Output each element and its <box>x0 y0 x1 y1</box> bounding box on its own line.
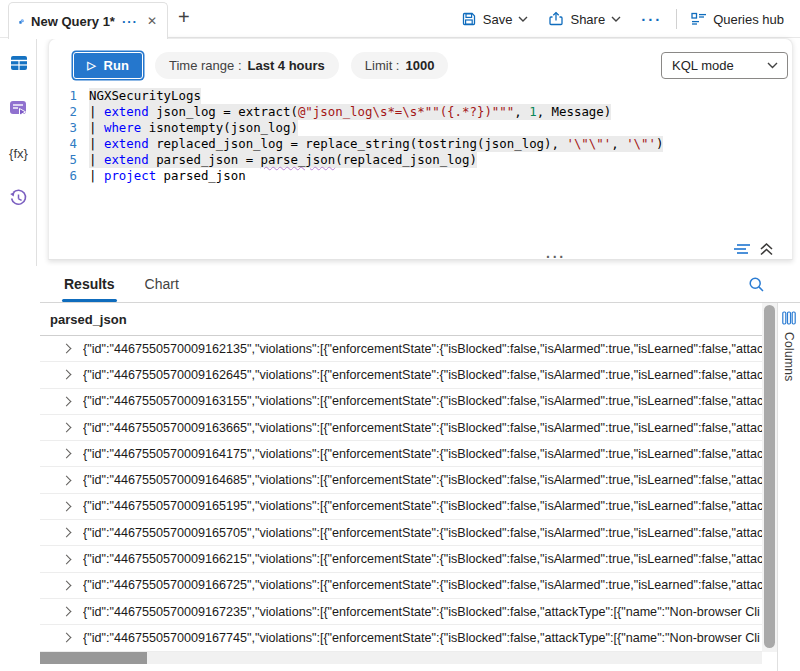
share-button[interactable]: Share <box>538 0 631 38</box>
columns-panel-label: Columns <box>782 332 796 381</box>
kql-mode-select[interactable]: KQL mode <box>661 52 788 79</box>
cell-parsed-json: {"id":"4467550570009167745","violations"… <box>83 631 762 645</box>
table-row[interactable]: {"id":"4467550570009164685","violations"… <box>40 467 762 493</box>
toolbar-divider <box>676 9 677 29</box>
history-clock-icon <box>9 189 28 208</box>
run-button[interactable]: ▷ Run <box>73 52 143 79</box>
code-line: 3 | where isnotempty(json_log) <box>49 120 792 136</box>
time-range-picker[interactable]: Time range : Last 4 hours <box>155 52 339 79</box>
collapse-editor-icon[interactable] <box>759 242 774 256</box>
limit-label: Limit : <box>365 58 400 73</box>
tab-results[interactable]: Results <box>64 266 115 302</box>
tab-chart[interactable]: Chart <box>145 266 179 302</box>
cell-parsed-json: {"id":"4467550570009164175","violations"… <box>83 447 762 461</box>
table-row[interactable]: {"id":"4467550570009166215","violations"… <box>40 546 762 572</box>
table-row[interactable]: {"id":"4467550570009164175","violations"… <box>40 441 762 467</box>
expand-chevron-icon[interactable] <box>62 607 72 617</box>
table-row[interactable]: {"id":"4467550570009163665","violations"… <box>40 415 762 441</box>
code-editor[interactable]: 1 NGXSecurityLogs 2 | extend json_log = … <box>49 88 792 184</box>
function-icon: {fx} <box>9 146 28 161</box>
table-row[interactable]: {"id":"4467550570009166725","violations"… <box>40 573 762 599</box>
query-tab[interactable]: New Query 1* ··· ✕ <box>8 2 168 39</box>
expand-chevron-icon[interactable] <box>62 501 72 511</box>
limit-picker[interactable]: Limit : 1000 <box>351 52 449 79</box>
limit-value: 1000 <box>405 58 434 73</box>
cell-parsed-json: {"id":"4467550570009164685","violations"… <box>83 473 762 487</box>
queries-hub-button[interactable]: Queries hub <box>681 0 794 38</box>
cell-parsed-json: {"id":"4467550570009167235","violations"… <box>83 605 762 619</box>
save-label: Save <box>483 12 513 27</box>
new-tab-button[interactable]: + <box>178 7 190 27</box>
horizontal-scrollbar[interactable] <box>40 652 762 664</box>
expand-chevron-icon[interactable] <box>62 528 72 538</box>
tab-title: New Query 1* <box>31 14 115 29</box>
more-actions-icon[interactable]: ··· <box>631 11 672 28</box>
code-line: 1 NGXSecurityLogs <box>49 88 792 104</box>
vertical-scrollbar-thumb[interactable] <box>764 305 775 648</box>
line-number: 3 <box>57 120 77 136</box>
save-button[interactable]: Save <box>451 0 539 38</box>
column-header-label: parsed_json <box>50 312 127 327</box>
tab-close-icon[interactable]: ✕ <box>145 13 159 29</box>
left-rail: {fx} <box>0 38 37 266</box>
query-toolbar: ▷ Run Time range : Last 4 hours Limit : … <box>49 39 792 79</box>
cell-parsed-json: {"id":"4467550570009165195","violations"… <box>83 499 762 513</box>
play-icon: ▷ <box>87 60 95 71</box>
connections-table-button[interactable] <box>0 43 37 83</box>
table-row[interactable]: {"id":"4467550570009163155","violations"… <box>40 389 762 415</box>
search-icon[interactable] <box>748 276 765 293</box>
table-row[interactable]: {"id":"4467550570009165705","violations"… <box>40 520 762 546</box>
cell-parsed-json: {"id":"4467550570009162135","violations"… <box>83 342 762 356</box>
share-label: Share <box>570 12 605 27</box>
cell-parsed-json: {"id":"4467550570009165705","violations"… <box>83 526 762 540</box>
app-icon <box>19 13 24 30</box>
chevron-down-icon <box>518 16 528 22</box>
code-line: 2 | extend json_log = extract(@"json_log… <box>49 104 792 120</box>
table-row[interactable]: {"id":"4467550570009162135","violations"… <box>40 336 762 362</box>
expand-chevron-icon[interactable] <box>62 423 72 433</box>
column-header-parsed-json[interactable]: parsed_json <box>40 303 762 336</box>
history-button[interactable] <box>0 178 37 218</box>
cell-parsed-json: {"id":"4467550570009166215","violations"… <box>83 552 762 566</box>
results-grid: {"id":"4467550570009162135","violations"… <box>40 336 762 652</box>
line-number: 1 <box>57 88 77 104</box>
table-row[interactable]: {"id":"4467550570009167745","violations"… <box>40 625 762 651</box>
cell-parsed-json: {"id":"4467550570009163155","violations"… <box>83 394 762 408</box>
panel-resize-handle[interactable]: ··· <box>546 250 566 264</box>
expand-chevron-icon[interactable] <box>62 475 72 485</box>
tab-bar: New Query 1* ··· ✕ + Save <box>0 0 800 38</box>
table-row[interactable]: {"id":"4467550570009165195","violations"… <box>40 494 762 520</box>
expand-chevron-icon[interactable] <box>62 396 72 406</box>
expand-chevron-icon[interactable] <box>62 554 72 564</box>
cell-parsed-json: {"id":"4467550570009163665","violations"… <box>83 421 762 435</box>
time-range-label: Time range : <box>169 58 242 73</box>
tab-more-icon[interactable]: ··· <box>122 15 138 28</box>
expand-chevron-icon[interactable] <box>62 370 72 380</box>
expand-chevron-icon[interactable] <box>62 633 72 643</box>
table-row[interactable]: {"id":"4467550570009167235","violations"… <box>40 599 762 625</box>
results-tab-bar: Results Chart <box>40 266 800 303</box>
kql-mode-value: KQL mode <box>672 58 734 73</box>
expand-chevron-icon[interactable] <box>62 449 72 459</box>
line-number: 4 <box>57 136 77 152</box>
saved-queries-button[interactable] <box>0 88 37 128</box>
code-line: 4 | extend replaced_json_log = replace_s… <box>49 136 792 152</box>
expand-chevron-icon[interactable] <box>62 344 72 354</box>
table-row[interactable]: {"id":"4467550570009162645","violations"… <box>40 362 762 388</box>
expand-chevron-icon[interactable] <box>62 580 72 590</box>
cell-parsed-json: {"id":"4467550570009166725","violations"… <box>83 578 762 592</box>
query-stats-icon[interactable] <box>733 242 751 256</box>
chevron-down-icon <box>611 16 621 22</box>
share-icon <box>548 11 564 27</box>
functions-button[interactable]: {fx} <box>0 133 37 173</box>
columns-panel-toggle[interactable]: Columns <box>777 303 800 671</box>
query-pane-icon <box>9 99 28 117</box>
kusto-web-explorer: New Query 1* ··· ✕ + Save <box>0 0 800 671</box>
code-line: 5 | extend parsed_json = parse_json(repl… <box>49 152 792 168</box>
vertical-scrollbar[interactable] <box>762 303 777 652</box>
code-line: 6 | project parsed_json <box>49 168 792 184</box>
table-icon <box>10 55 28 71</box>
horizontal-scrollbar-thumb[interactable] <box>40 652 147 664</box>
save-icon <box>461 11 477 27</box>
results-panel: Results Chart parsed_json {"id":"4467550… <box>40 266 800 671</box>
